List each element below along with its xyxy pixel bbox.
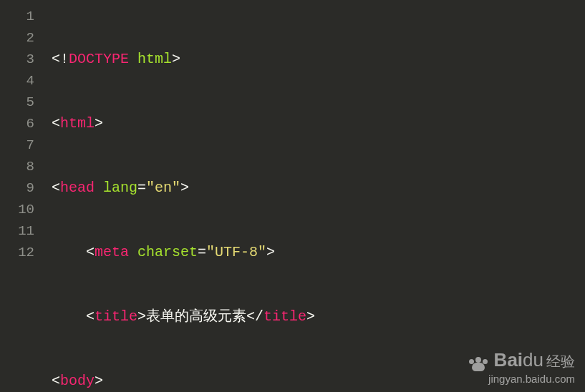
- watermark-url: jingyan.baidu.com: [467, 373, 575, 385]
- line-number-gutter: 1 2 3 4 5 6 7 8 9 10 11 12: [0, 0, 43, 392]
- watermark-brand-suffix: du: [523, 349, 543, 371]
- line-number: 9: [0, 177, 34, 199]
- line-number: 11: [0, 220, 34, 242]
- line-number: 12: [0, 242, 34, 263]
- watermark-label: 经验: [546, 353, 575, 369]
- line-number: 2: [0, 27, 34, 49]
- code-line: <head lang="en">: [52, 177, 585, 199]
- line-number: 5: [0, 92, 34, 113]
- watermark: Baidu经验 jingyan.baidu.com: [467, 349, 575, 385]
- line-number: 7: [0, 134, 34, 156]
- code-line: <title>表单的高级元素</title>: [52, 306, 585, 328]
- code-line: <!DOCTYPE html>: [52, 49, 585, 70]
- line-number: 6: [0, 113, 34, 134]
- code-line: <meta charset="UTF-8">: [52, 242, 585, 263]
- line-number: 8: [0, 156, 34, 177]
- code-area[interactable]: <!DOCTYPE html> <html> <head lang="en"> …: [43, 0, 585, 392]
- line-number: 3: [0, 49, 34, 70]
- line-number: 4: [0, 70, 34, 92]
- code-line: <html>: [52, 113, 585, 134]
- code-editor: 1 2 3 4 5 6 7 8 9 10 11 12 <!DOCTYPE htm…: [0, 0, 585, 392]
- paw-icon: [467, 357, 493, 371]
- line-number: 10: [0, 199, 34, 220]
- line-number: 1: [0, 6, 34, 27]
- watermark-brand: Bai: [494, 349, 523, 371]
